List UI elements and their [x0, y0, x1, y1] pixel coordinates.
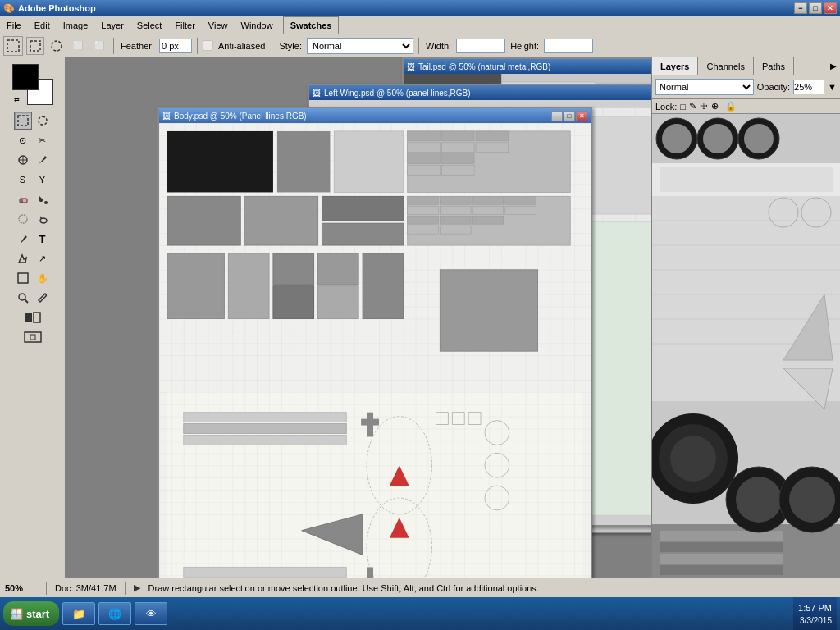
style-select[interactable]: Normal Fixed Ratio Fixed Size [307, 38, 413, 54]
svg-rect-90 [440, 206, 471, 214]
svg-rect-17 [34, 313, 40, 322]
svg-rect-101 [273, 286, 314, 319]
start-button[interactable]: 🪟 start [3, 601, 59, 626]
opacity-dropdown[interactable]: ▼ [828, 82, 837, 92]
menu-image[interactable]: Image [57, 16, 95, 34]
menu-filter[interactable]: Filter [168, 16, 201, 34]
lock-paint-icon[interactable]: ✎ [689, 101, 696, 112]
text-tool[interactable]: T [34, 230, 52, 248]
lock-move-icon[interactable]: ☩ [700, 101, 708, 112]
svg-rect-104 [363, 253, 404, 318]
feather-input[interactable] [159, 39, 192, 53]
taskbar-explorer[interactable]: 📁 [62, 602, 95, 625]
tool-row-9: ✋ [14, 269, 52, 287]
body-minimize[interactable]: − [551, 111, 563, 121]
svg-rect-79 [441, 166, 474, 176]
menu-view[interactable]: View [202, 16, 235, 34]
svg-rect-137 [660, 167, 833, 192]
taskbar-media[interactable]: 👁 [135, 602, 167, 625]
lock-locked-icon[interactable]: 🔒 [725, 101, 737, 112]
ie-icon: 🌐 [108, 608, 121, 620]
menu-file[interactable]: File [0, 16, 28, 34]
foreground-color[interactable] [12, 64, 39, 90]
svg-point-157 [736, 477, 782, 523]
panel-menu-icon[interactable]: ▶ [830, 62, 837, 71]
channels-tab[interactable]: Channels [698, 57, 753, 75]
swatches-tab[interactable]: Swatches [283, 16, 340, 34]
marquee-rect-icon[interactable] [26, 37, 44, 55]
minimize-button[interactable]: − [794, 2, 807, 14]
swap-colors-icon[interactable]: ⇄ [14, 96, 20, 103]
layers-tab[interactable]: Layers [652, 57, 698, 75]
tool-row-8: ↗ [14, 249, 52, 267]
taskbar-ie[interactable]: 🌐 [98, 602, 131, 625]
slice-tool[interactable]: ✂ [34, 131, 52, 149]
antialiased-checkbox[interactable] [203, 40, 213, 51]
opacity-label: Opacity: [757, 82, 790, 92]
marquee-vert-icon[interactable]: ⬜ [90, 37, 108, 55]
options-toolbar: ⬜ ⬜ Feather: Anti-aliased Style: Normal … [0, 34, 840, 57]
tail-title: Tail.psd @ 50% (natural metal,RGB) [418, 62, 550, 71]
lock-all-icon[interactable]: ⊕ [711, 101, 719, 112]
crop-tool[interactable]: ⊙ [14, 131, 32, 149]
opacity-input[interactable] [793, 80, 824, 94]
svg-point-133 [703, 124, 733, 153]
menu-layer[interactable]: Layer [94, 16, 130, 34]
healing-brush[interactable] [14, 151, 32, 169]
menu-select[interactable]: Select [130, 16, 169, 34]
app-icon: 🎨 [3, 3, 15, 14]
quick-mask-off[interactable] [24, 308, 42, 326]
svg-rect-81 [244, 196, 317, 245]
zoom-tool[interactable] [14, 289, 32, 307]
maximize-button[interactable]: □ [809, 2, 822, 14]
svg-rect-92 [505, 206, 536, 214]
hand-tool[interactable]: ✋ [34, 269, 52, 287]
marquee-ellipse-icon[interactable] [48, 37, 66, 55]
svg-rect-1 [30, 41, 40, 51]
leftwing-title-bar[interactable]: 🖼 Left Wing.psd @ 50% (panel lines,RGB) … [309, 85, 651, 100]
brush-tool[interactable] [34, 151, 52, 169]
media-icon: 👁 [146, 608, 157, 620]
width-input[interactable] [456, 39, 505, 53]
move-tool[interactable]: ↗ [34, 249, 52, 267]
lock-transparent-icon[interactable]: □ [680, 102, 686, 112]
marquee-tool[interactable] [14, 112, 32, 130]
feather-label: Feather: [119, 41, 156, 51]
screen-mode[interactable] [15, 328, 51, 346]
panel-options: ▶ [794, 57, 840, 75]
tool-row-12 [15, 328, 51, 346]
eyedropper-tool[interactable] [34, 289, 52, 307]
fill-tool[interactable] [34, 190, 52, 208]
status-bar: 50% Doc: 3M/41.7M ▶ Draw rectangular sel… [0, 578, 840, 597]
height-input[interactable] [544, 39, 593, 53]
svg-point-135 [744, 124, 774, 153]
menu-edit[interactable]: Edit [28, 16, 57, 34]
dodge-tool[interactable] [34, 210, 52, 228]
toolbar-sep-2 [197, 38, 198, 54]
marquee-horiz-icon[interactable]: ⬜ [69, 37, 87, 55]
close-button[interactable]: ✕ [824, 2, 837, 14]
shape-tool[interactable] [14, 269, 32, 287]
body-maximize[interactable]: □ [564, 111, 575, 121]
pen-tool[interactable] [14, 230, 32, 248]
app-title-bar: 🎨 Adobe Photoshop − □ ✕ [0, 0, 840, 16]
menu-bar: File Edit Image Layer Select Filter View… [0, 16, 840, 34]
svg-point-131 [662, 124, 692, 153]
history-brush[interactable]: Y [34, 171, 52, 189]
eraser-tool[interactable] [14, 190, 32, 208]
svg-rect-103 [318, 286, 359, 319]
svg-point-10 [19, 215, 27, 223]
blur-tool[interactable] [14, 210, 32, 228]
lasso-tool[interactable] [34, 112, 52, 130]
paths-tab[interactable]: Paths [754, 57, 794, 75]
svg-rect-18 [25, 332, 41, 342]
blend-mode-select[interactable]: Normal Multiply Screen [655, 79, 754, 95]
stamp-tool[interactable]: S [14, 171, 32, 189]
tail-title-bar[interactable]: 🖼 Tail.psd @ 50% (natural metal,RGB) − □… [404, 59, 651, 74]
body-close[interactable]: ✕ [576, 111, 587, 121]
tool-row-3 [14, 151, 52, 169]
path-select[interactable] [14, 249, 32, 267]
tail-icon: 🖼 [407, 62, 415, 71]
menu-window[interactable]: Window [235, 16, 280, 34]
body-title-bar[interactable]: 🖼 Body.psd @ 50% (Panel llines,RGB) − □ … [159, 108, 591, 123]
